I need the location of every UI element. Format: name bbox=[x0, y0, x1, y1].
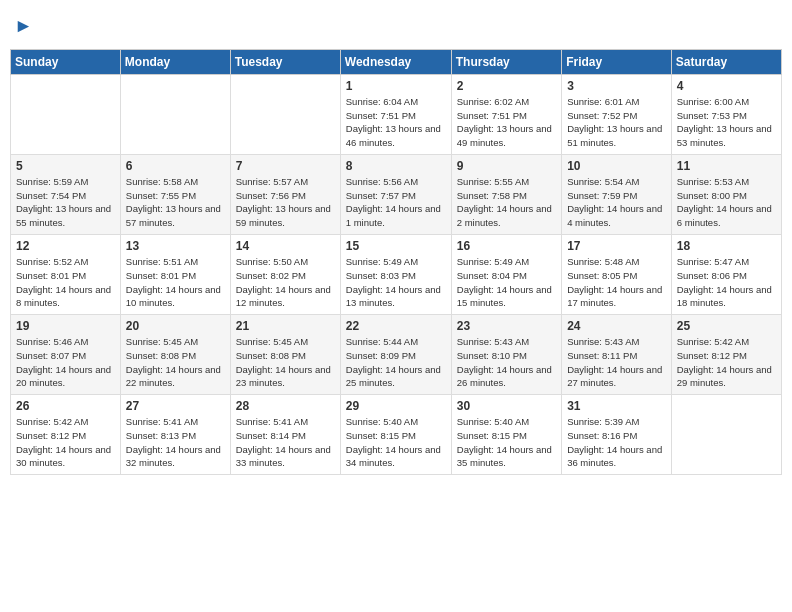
day-number: 11 bbox=[677, 159, 776, 173]
calendar-week-row: 1Sunrise: 6:04 AM Sunset: 7:51 PM Daylig… bbox=[11, 74, 782, 154]
calendar-cell bbox=[671, 395, 781, 475]
day-number: 29 bbox=[346, 399, 446, 413]
logo-general: ► bbox=[14, 16, 33, 37]
day-info: Sunrise: 5:56 AM Sunset: 7:57 PM Dayligh… bbox=[346, 175, 446, 230]
day-number: 23 bbox=[457, 319, 556, 333]
day-number: 14 bbox=[236, 239, 335, 253]
day-number: 20 bbox=[126, 319, 225, 333]
calendar-cell: 20Sunrise: 5:45 AM Sunset: 8:08 PM Dayli… bbox=[120, 315, 230, 395]
day-number: 19 bbox=[16, 319, 115, 333]
calendar-cell: 31Sunrise: 5:39 AM Sunset: 8:16 PM Dayli… bbox=[562, 395, 672, 475]
day-info: Sunrise: 5:48 AM Sunset: 8:05 PM Dayligh… bbox=[567, 255, 666, 310]
day-number: 21 bbox=[236, 319, 335, 333]
calendar-cell: 19Sunrise: 5:46 AM Sunset: 8:07 PM Dayli… bbox=[11, 315, 121, 395]
day-number: 15 bbox=[346, 239, 446, 253]
calendar-cell: 14Sunrise: 5:50 AM Sunset: 8:02 PM Dayli… bbox=[230, 235, 340, 315]
day-number: 4 bbox=[677, 79, 776, 93]
calendar-cell: 5Sunrise: 5:59 AM Sunset: 7:54 PM Daylig… bbox=[11, 154, 121, 234]
calendar-cell: 11Sunrise: 5:53 AM Sunset: 8:00 PM Dayli… bbox=[671, 154, 781, 234]
day-number: 26 bbox=[16, 399, 115, 413]
calendar-cell: 29Sunrise: 5:40 AM Sunset: 8:15 PM Dayli… bbox=[340, 395, 451, 475]
calendar-cell: 6Sunrise: 5:58 AM Sunset: 7:55 PM Daylig… bbox=[120, 154, 230, 234]
calendar-cell: 13Sunrise: 5:51 AM Sunset: 8:01 PM Dayli… bbox=[120, 235, 230, 315]
calendar-cell: 22Sunrise: 5:44 AM Sunset: 8:09 PM Dayli… bbox=[340, 315, 451, 395]
day-number: 22 bbox=[346, 319, 446, 333]
day-info: Sunrise: 5:49 AM Sunset: 8:03 PM Dayligh… bbox=[346, 255, 446, 310]
day-number: 25 bbox=[677, 319, 776, 333]
day-info: Sunrise: 5:49 AM Sunset: 8:04 PM Dayligh… bbox=[457, 255, 556, 310]
day-number: 2 bbox=[457, 79, 556, 93]
day-info: Sunrise: 5:51 AM Sunset: 8:01 PM Dayligh… bbox=[126, 255, 225, 310]
calendar-table: SundayMondayTuesdayWednesdayThursdayFrid… bbox=[10, 49, 782, 475]
day-info: Sunrise: 5:50 AM Sunset: 8:02 PM Dayligh… bbox=[236, 255, 335, 310]
day-info: Sunrise: 5:47 AM Sunset: 8:06 PM Dayligh… bbox=[677, 255, 776, 310]
calendar-cell bbox=[11, 74, 121, 154]
calendar-cell: 7Sunrise: 5:57 AM Sunset: 7:56 PM Daylig… bbox=[230, 154, 340, 234]
calendar-cell: 21Sunrise: 5:45 AM Sunset: 8:08 PM Dayli… bbox=[230, 315, 340, 395]
day-info: Sunrise: 5:54 AM Sunset: 7:59 PM Dayligh… bbox=[567, 175, 666, 230]
calendar-cell: 15Sunrise: 5:49 AM Sunset: 8:03 PM Dayli… bbox=[340, 235, 451, 315]
day-number: 24 bbox=[567, 319, 666, 333]
calendar-cell: 8Sunrise: 5:56 AM Sunset: 7:57 PM Daylig… bbox=[340, 154, 451, 234]
day-info: Sunrise: 5:45 AM Sunset: 8:08 PM Dayligh… bbox=[236, 335, 335, 390]
logo: ► bbox=[14, 16, 33, 37]
weekday-header: Monday bbox=[120, 49, 230, 74]
calendar-week-row: 5Sunrise: 5:59 AM Sunset: 7:54 PM Daylig… bbox=[11, 154, 782, 234]
weekday-header: Wednesday bbox=[340, 49, 451, 74]
page-header: ► bbox=[10, 10, 782, 43]
day-info: Sunrise: 5:40 AM Sunset: 8:15 PM Dayligh… bbox=[457, 415, 556, 470]
day-info: Sunrise: 5:43 AM Sunset: 8:11 PM Dayligh… bbox=[567, 335, 666, 390]
calendar-cell: 2Sunrise: 6:02 AM Sunset: 7:51 PM Daylig… bbox=[451, 74, 561, 154]
day-number: 1 bbox=[346, 79, 446, 93]
day-number: 3 bbox=[567, 79, 666, 93]
day-number: 7 bbox=[236, 159, 335, 173]
calendar-cell: 17Sunrise: 5:48 AM Sunset: 8:05 PM Dayli… bbox=[562, 235, 672, 315]
calendar-week-row: 19Sunrise: 5:46 AM Sunset: 8:07 PM Dayli… bbox=[11, 315, 782, 395]
calendar-cell: 26Sunrise: 5:42 AM Sunset: 8:12 PM Dayli… bbox=[11, 395, 121, 475]
day-number: 30 bbox=[457, 399, 556, 413]
day-number: 10 bbox=[567, 159, 666, 173]
calendar-cell bbox=[120, 74, 230, 154]
day-number: 5 bbox=[16, 159, 115, 173]
day-number: 8 bbox=[346, 159, 446, 173]
day-info: Sunrise: 5:57 AM Sunset: 7:56 PM Dayligh… bbox=[236, 175, 335, 230]
calendar-cell: 16Sunrise: 5:49 AM Sunset: 8:04 PM Dayli… bbox=[451, 235, 561, 315]
day-info: Sunrise: 5:55 AM Sunset: 7:58 PM Dayligh… bbox=[457, 175, 556, 230]
day-info: Sunrise: 5:44 AM Sunset: 8:09 PM Dayligh… bbox=[346, 335, 446, 390]
weekday-header: Thursday bbox=[451, 49, 561, 74]
day-number: 13 bbox=[126, 239, 225, 253]
day-number: 9 bbox=[457, 159, 556, 173]
day-info: Sunrise: 5:39 AM Sunset: 8:16 PM Dayligh… bbox=[567, 415, 666, 470]
calendar-cell: 27Sunrise: 5:41 AM Sunset: 8:13 PM Dayli… bbox=[120, 395, 230, 475]
day-info: Sunrise: 6:04 AM Sunset: 7:51 PM Dayligh… bbox=[346, 95, 446, 150]
day-info: Sunrise: 5:52 AM Sunset: 8:01 PM Dayligh… bbox=[16, 255, 115, 310]
day-info: Sunrise: 6:02 AM Sunset: 7:51 PM Dayligh… bbox=[457, 95, 556, 150]
weekday-header: Sunday bbox=[11, 49, 121, 74]
day-info: Sunrise: 5:42 AM Sunset: 8:12 PM Dayligh… bbox=[677, 335, 776, 390]
weekday-header: Tuesday bbox=[230, 49, 340, 74]
calendar-cell: 9Sunrise: 5:55 AM Sunset: 7:58 PM Daylig… bbox=[451, 154, 561, 234]
day-number: 6 bbox=[126, 159, 225, 173]
calendar-cell: 23Sunrise: 5:43 AM Sunset: 8:10 PM Dayli… bbox=[451, 315, 561, 395]
day-info: Sunrise: 5:41 AM Sunset: 8:13 PM Dayligh… bbox=[126, 415, 225, 470]
day-number: 18 bbox=[677, 239, 776, 253]
day-info: Sunrise: 5:53 AM Sunset: 8:00 PM Dayligh… bbox=[677, 175, 776, 230]
day-info: Sunrise: 5:58 AM Sunset: 7:55 PM Dayligh… bbox=[126, 175, 225, 230]
day-info: Sunrise: 5:42 AM Sunset: 8:12 PM Dayligh… bbox=[16, 415, 115, 470]
calendar-cell bbox=[230, 74, 340, 154]
day-info: Sunrise: 6:00 AM Sunset: 7:53 PM Dayligh… bbox=[677, 95, 776, 150]
calendar-cell: 24Sunrise: 5:43 AM Sunset: 8:11 PM Dayli… bbox=[562, 315, 672, 395]
weekday-header: Friday bbox=[562, 49, 672, 74]
day-info: Sunrise: 6:01 AM Sunset: 7:52 PM Dayligh… bbox=[567, 95, 666, 150]
day-info: Sunrise: 5:43 AM Sunset: 8:10 PM Dayligh… bbox=[457, 335, 556, 390]
calendar-cell: 3Sunrise: 6:01 AM Sunset: 7:52 PM Daylig… bbox=[562, 74, 672, 154]
calendar-week-row: 26Sunrise: 5:42 AM Sunset: 8:12 PM Dayli… bbox=[11, 395, 782, 475]
day-info: Sunrise: 5:40 AM Sunset: 8:15 PM Dayligh… bbox=[346, 415, 446, 470]
calendar-cell: 1Sunrise: 6:04 AM Sunset: 7:51 PM Daylig… bbox=[340, 74, 451, 154]
day-number: 27 bbox=[126, 399, 225, 413]
calendar-cell: 25Sunrise: 5:42 AM Sunset: 8:12 PM Dayli… bbox=[671, 315, 781, 395]
day-info: Sunrise: 5:45 AM Sunset: 8:08 PM Dayligh… bbox=[126, 335, 225, 390]
day-number: 31 bbox=[567, 399, 666, 413]
calendar-cell: 12Sunrise: 5:52 AM Sunset: 8:01 PM Dayli… bbox=[11, 235, 121, 315]
weekday-header: Saturday bbox=[671, 49, 781, 74]
